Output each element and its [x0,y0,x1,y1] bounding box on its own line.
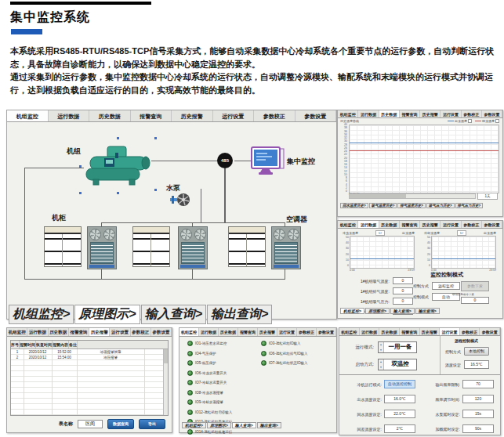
tab[interactable]: 运行数据 [49,110,90,121]
start-mode-select[interactable]: ▲▼ 双温控 [378,359,417,370]
history-tab[interactable]: 吸气压力历史> [426,203,455,208]
setting-value[interactable]: 自动温控控制 [384,380,415,388]
legend-item[interactable]: 出水温度 [448,119,472,123]
tab[interactable]: 历史报警 [420,110,441,117]
tab[interactable]: 历史数据 [379,221,400,228]
column-header[interactable]: 报警时间 [20,341,36,349]
bottom-tab[interactable]: 机组监控> [340,308,364,314]
tab[interactable]: 报警查询 [69,328,89,336]
tab[interactable]: 参数设置 [151,328,172,336]
bottom-tab[interactable]: 原理图示> [74,305,140,324]
tab[interactable]: 参数设置 [482,110,502,117]
tab[interactable]: 机组监控 [179,328,199,336]
bottom-tab[interactable]: 输入查询> [390,308,415,314]
range-select[interactable]: 1天 [477,193,498,200]
tab[interactable]: 运行设置 [277,328,297,336]
bottom-tab[interactable]: 原理图示> [207,422,231,428]
tab[interactable]: 运行数据 [358,221,379,228]
tab[interactable]: 历史数据 [89,110,131,121]
unit-combo[interactable]: 1# [457,230,466,236]
column-header[interactable]: 报警内容 [53,341,69,349]
tab[interactable]: 运行设置 [441,221,461,228]
tab[interactable]: 机组监控 [7,328,27,336]
tab[interactable]: 报警查询 [131,110,172,121]
tab[interactable]: 报警查询 [400,221,420,228]
tab[interactable]: 历史报警 [89,328,110,336]
tab[interactable]: 报警查询 [400,110,420,117]
tab[interactable]: 参数设置 [480,328,500,335]
mini-plot-area[interactable] [350,236,415,269]
scrollbar-thumb[interactable] [164,349,168,363]
sensor-value[interactable]: 0 [393,277,413,284]
tab[interactable]: 运行数据 [199,328,219,336]
query-button[interactable]: 数据查询 [107,419,134,429]
unit-combo[interactable]: 1# [375,230,385,236]
history-tab[interactable]: 吸气温度历史> [369,203,397,208]
tab[interactable]: 机组监控 [7,110,49,121]
tab[interactable]: 历史数据 [219,328,238,336]
column-header[interactable]: 备注 [69,341,78,349]
bottom-tab[interactable]: 机组监控> [182,422,206,428]
spinner-icon[interactable]: ▲▼ [379,342,384,352]
spinner-icon[interactable]: ▲▼ [379,359,384,370]
legend-item[interactable]: 回水温度 [475,119,499,123]
mini-plot-area[interactable] [431,236,496,269]
setting-value[interactable]: 15s [462,410,494,418]
tab[interactable]: 历史报警 [420,328,441,335]
history-tab[interactable]: 排气温度历史> [397,203,426,208]
tab[interactable]: 参数校正 [462,221,482,228]
bottom-tab[interactable]: 输出查询> [207,305,272,324]
tab[interactable]: 历史数据 [379,328,400,335]
scrollbar-thumb[interactable] [350,194,406,198]
sensor-value[interactable]: 0 [393,287,413,294]
column-header[interactable]: 序号 [11,341,20,349]
setting-value[interactable]: 90s [462,424,494,433]
history-tab[interactable]: 排气压力历史> [455,203,484,208]
tab[interactable]: 参数设置 [482,221,502,228]
tab[interactable]: 运行数据 [27,328,48,336]
mode-select[interactable]: ▲▼ 一用一备 [378,341,417,353]
export-button[interactable]: 导出 [139,419,165,429]
tab[interactable]: 运行数据 [358,110,379,117]
control-value[interactable]: 远程监控 [432,282,460,290]
tab[interactable]: 参数校正 [297,328,317,336]
sensor-value[interactable]: 0 [393,298,413,305]
tab[interactable]: 参数校正 [254,110,296,121]
tab[interactable]: 运行设置 [213,110,255,121]
chart-scrollbar[interactable] [349,193,476,199]
bottom-tab[interactable]: 机组监控> [9,305,74,324]
setting-value[interactable]: 2℃ [384,424,415,433]
tab[interactable]: 运行设置 [110,328,130,336]
tab[interactable]: 报警查询 [400,328,420,335]
setting-value[interactable]: 16.0℃ [384,395,415,403]
legend-checkbox-icon[interactable] [495,119,499,123]
remote-mode-button[interactable]: 本地控制 [464,347,489,356]
tab[interactable]: 机组监控 [338,110,358,117]
tab[interactable]: 历史报警 [172,110,213,121]
tab[interactable]: 运行设置 [440,328,460,335]
table-scrollbar[interactable] [163,349,168,415]
tab[interactable]: 机组监控 [338,221,358,228]
cmd-value-input[interactable]: 0 [461,297,489,304]
setting-value[interactable]: 70 [462,380,494,388]
apply-params-button[interactable]: 参数下发 [461,281,489,291]
tab[interactable]: 历史数据 [49,328,69,336]
bottom-tab[interactable]: 输出查询> [257,422,281,428]
bottom-tab[interactable]: 输出查询> [415,308,440,314]
setting-value[interactable]: 22.0℃ [384,410,415,418]
tab[interactable]: 历史报警 [420,221,441,228]
tab[interactable]: 参数校正 [131,328,151,336]
tab[interactable]: 报警查询 [238,328,258,336]
setting-value[interactable]: 120 [462,395,494,403]
bottom-tab[interactable]: 输入查询> [232,422,256,428]
history-plot-area[interactable] [349,125,499,193]
tab[interactable]: 参数校正 [462,110,482,117]
table-name-input[interactable]: 区间 [78,420,103,428]
temp-set-value[interactable]: 16.5℃ [464,360,489,369]
bottom-tab[interactable]: 原理图示> [365,308,390,314]
tab[interactable]: 历史数据 [379,110,400,117]
column-header[interactable]: 恢复时间 [36,341,53,349]
tab[interactable]: 运行数据 [360,328,380,335]
tab[interactable]: 参数设置 [317,328,336,336]
bottom-tab[interactable]: 输入查询> [141,305,206,324]
